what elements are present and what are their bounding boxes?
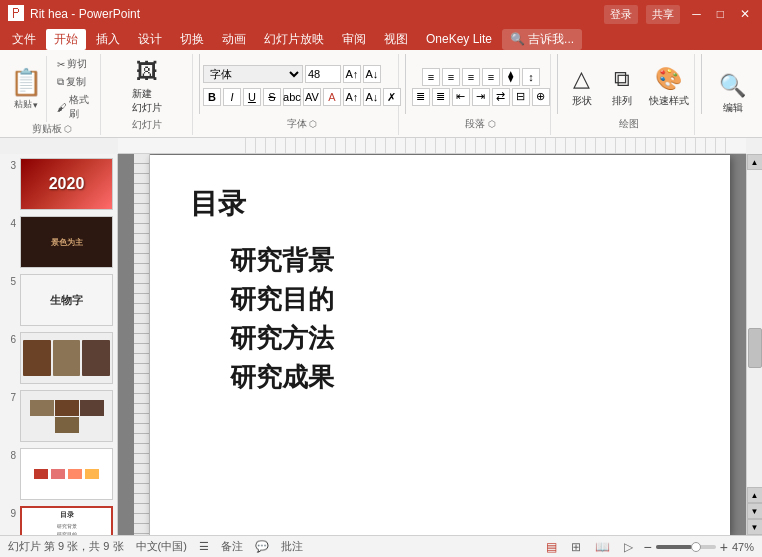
menu-file[interactable]: 文件	[4, 29, 44, 50]
linespace-button[interactable]: ↕	[522, 68, 540, 86]
slide-thumb-5[interactable]: 5 生物字	[4, 274, 113, 326]
copy-button[interactable]: ⧉复制	[54, 74, 94, 90]
slide-img-7[interactable]	[20, 390, 113, 442]
zoom-level[interactable]: 47%	[732, 541, 754, 553]
zoom-in-button[interactable]: +	[720, 539, 728, 555]
para-expand-icon[interactable]: ⬡	[488, 119, 496, 129]
edit-button[interactable]: 🔍 编辑	[714, 70, 751, 118]
notes-label[interactable]: 备注	[221, 539, 243, 554]
zoom-out-button[interactable]: −	[644, 539, 652, 555]
font-size-decrease-button[interactable]: A↓	[363, 65, 381, 83]
para-content: ≡ ≡ ≡ ≡ ⧫ ↕ ≣ ≣ ⇤ ⇥ ⇄ ⊟ ⊕	[412, 56, 550, 117]
indent-left-button[interactable]: ⇤	[452, 88, 470, 106]
notes-icon[interactable]: ☰	[199, 540, 209, 553]
paste-button[interactable]: 📋	[10, 67, 42, 98]
slide-img-8[interactable]	[20, 448, 113, 500]
comments-label[interactable]: 批注	[281, 539, 303, 554]
slide-img-4[interactable]: 景色为主	[20, 216, 113, 268]
indent-right-button[interactable]: ⇥	[472, 88, 490, 106]
menu-design[interactable]: 设计	[130, 29, 170, 50]
slide-thumb-9[interactable]: 9 目录 研究背景研究目的研究方法研究成果	[4, 506, 113, 535]
slide5-text: 生物字	[50, 293, 83, 308]
minimize-icon[interactable]: ─	[688, 7, 705, 21]
new-slide-button[interactable]: 🖼 新建幻灯片	[127, 56, 167, 118]
arrange-button[interactable]: ⧉ 排列	[604, 63, 640, 111]
menu-insert[interactable]: 插入	[88, 29, 128, 50]
shadow-button[interactable]: abc	[283, 88, 301, 106]
font-size-increase-button[interactable]: A↑	[343, 65, 361, 83]
title-bar: 🅿 Rit hea - PowerPoint 登录 共享 ─ □ ✕	[0, 0, 762, 28]
underline-button[interactable]: U	[243, 88, 261, 106]
slide-img-3[interactable]: 2020	[20, 158, 113, 210]
login-button[interactable]: 登录	[604, 5, 638, 24]
quickstyle-label: 快速样式	[649, 94, 689, 108]
scroll-up-button[interactable]: ▲	[747, 154, 763, 170]
quickstyle-button[interactable]: 🎨 快速样式	[644, 63, 694, 111]
para-row-1: ≡ ≡ ≡ ≡ ⧫ ↕	[422, 68, 540, 86]
canvas-item-1: 研究背景	[230, 243, 690, 278]
paste-section: 📋 粘贴 ▾	[10, 56, 47, 122]
italic-button[interactable]: I	[223, 88, 241, 106]
slide-sorter-button[interactable]: ⊞	[568, 539, 584, 555]
slideshow-button[interactable]: ▷	[621, 539, 636, 555]
textdir-button[interactable]: ⇄	[492, 88, 510, 106]
slide-thumb-7[interactable]: 7	[4, 390, 113, 442]
normal-view-button[interactable]: ▤	[543, 539, 560, 555]
clear-format-button[interactable]: ✗	[383, 88, 401, 106]
cut-button[interactable]: ✂剪切	[54, 56, 94, 72]
format-painter-button[interactable]: 🖌格式刷	[54, 92, 94, 122]
font-expand-icon[interactable]: ⬡	[309, 119, 317, 129]
paste-dropdown[interactable]: 粘贴 ▾	[14, 98, 38, 111]
comments-icon[interactable]: 💬	[255, 540, 269, 553]
slide-panel[interactable]: 3 2020 4 景色为主 5 生物字 6	[0, 154, 118, 535]
slide-thumb-6[interactable]: 6	[4, 332, 113, 384]
slide-img-9[interactable]: 目录 研究背景研究目的研究方法研究成果	[20, 506, 113, 535]
align-center-button[interactable]: ≡	[442, 68, 460, 86]
slide-thumb-3[interactable]: 3 2020	[4, 158, 113, 210]
shapes-button[interactable]: △ 形状	[564, 63, 600, 111]
zoom-thumb[interactable]	[691, 542, 701, 552]
zoom-slider[interactable]	[656, 545, 716, 549]
font-name-selector[interactable]: 字体	[203, 65, 303, 83]
menu-animations[interactable]: 动画	[214, 29, 254, 50]
close-icon[interactable]: ✕	[736, 7, 754, 21]
menu-slideshow[interactable]: 幻灯片放映	[256, 29, 332, 50]
justify-button[interactable]: ≡	[482, 68, 500, 86]
menu-view[interactable]: 视图	[376, 29, 416, 50]
separator-4	[701, 54, 702, 114]
fontcolor-button[interactable]: A	[323, 88, 341, 106]
aa-down-button[interactable]: A↓	[363, 88, 381, 106]
col-button[interactable]: ⧫	[502, 68, 520, 86]
menu-transitions[interactable]: 切换	[172, 29, 212, 50]
bullet-button[interactable]: ≣	[412, 88, 430, 106]
textalign-button[interactable]: ⊟	[512, 88, 530, 106]
scroll-thumb[interactable]	[748, 328, 762, 368]
scroll-page-up-button[interactable]: ▲	[747, 487, 763, 503]
slide-img-6[interactable]	[20, 332, 113, 384]
font-row-2: B I U S abc AV A A↑ A↓ ✗	[203, 88, 401, 106]
reading-view-button[interactable]: 📖	[592, 539, 613, 555]
bold-button[interactable]: B	[203, 88, 221, 106]
strikethrough-button[interactable]: S	[263, 88, 281, 106]
clipboard-expand-icon[interactable]: ⬡	[64, 124, 72, 134]
slide-img-5[interactable]: 生物字	[20, 274, 113, 326]
menu-onekey[interactable]: OneKey Lite	[418, 30, 500, 48]
align-left-button[interactable]: ≡	[422, 68, 440, 86]
font-size-input[interactable]	[305, 65, 341, 83]
smartart-button[interactable]: ⊕	[532, 88, 550, 106]
number-button[interactable]: ≣	[432, 88, 450, 106]
scroll-down-button[interactable]: ▼	[747, 519, 763, 535]
aa-up-button[interactable]: A↑	[343, 88, 361, 106]
slide-thumb-8[interactable]: 8	[4, 448, 113, 500]
menu-home[interactable]: 开始	[46, 29, 86, 50]
scrollbar-right: ▲ ▲ ▼ ▼	[746, 154, 762, 535]
slide-thumb-4[interactable]: 4 景色为主	[4, 216, 113, 268]
maximize-icon[interactable]: □	[713, 7, 728, 21]
slide-canvas[interactable]: 目录 研究背景 研究目的 研究方法 研究成果	[150, 155, 730, 535]
aa-button[interactable]: AV	[303, 88, 321, 106]
scroll-page-down-button[interactable]: ▼	[747, 503, 763, 519]
share-button[interactable]: 共享	[646, 5, 680, 24]
menu-review[interactable]: 审阅	[334, 29, 374, 50]
menu-search[interactable]: 🔍吉诉我...	[502, 29, 582, 50]
align-right-button[interactable]: ≡	[462, 68, 480, 86]
